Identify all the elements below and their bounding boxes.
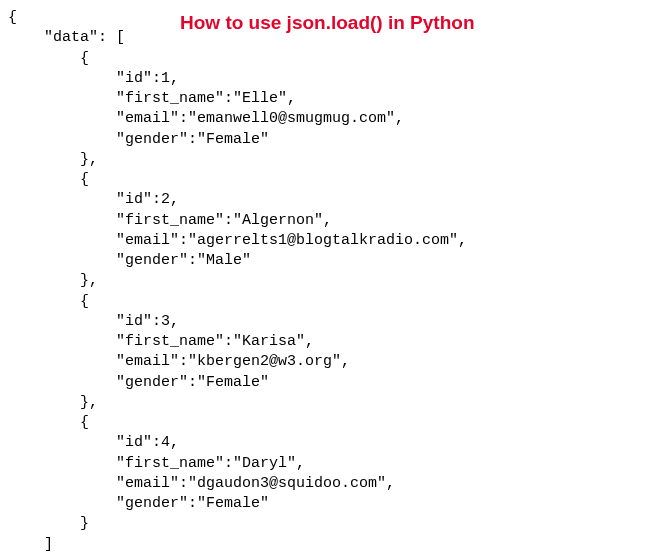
page-title: How to use json.load() in Python [180, 10, 475, 36]
code-block: { "data": [ { "id":1, "first_name":"Elle… [8, 8, 653, 553]
